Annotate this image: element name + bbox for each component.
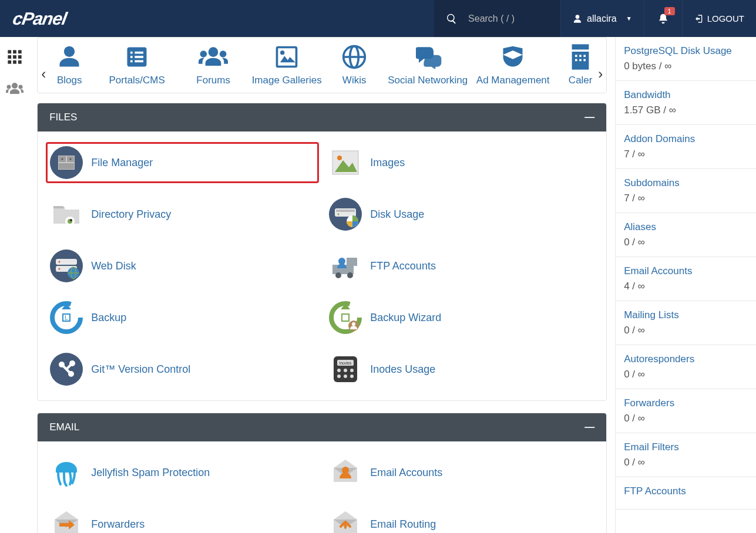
svg-rect-31 <box>575 55 577 57</box>
panel-item[interactable]: Images <box>325 142 598 183</box>
panel-item[interactable]: Backup Wizard <box>325 297 598 338</box>
svg-point-58 <box>59 261 61 263</box>
svg-text:L: L <box>65 315 68 321</box>
panel-item[interactable]: LBackup <box>46 297 319 338</box>
panel-item[interactable]: Email Routing <box>325 504 598 533</box>
panel-item[interactable]: Email Accounts <box>325 452 598 493</box>
strip-item[interactable]: Image Galleries <box>251 41 322 87</box>
search-box[interactable] <box>434 0 560 37</box>
svg-rect-23 <box>277 48 297 67</box>
search-input[interactable] <box>468 14 550 24</box>
stat-row[interactable]: Aliases0 / ∞ <box>616 213 756 257</box>
stat-value: 0 / ∞ <box>624 369 748 380</box>
svg-point-88 <box>344 375 347 378</box>
stat-title: Aliases <box>624 221 748 233</box>
files-panel: FILES — File ManagerImagesDirectory Priv… <box>37 103 607 401</box>
strip-item-icon <box>387 41 469 73</box>
item-label: Backup <box>91 312 126 324</box>
svg-rect-29 <box>572 44 589 49</box>
panel-item[interactable]: Disk Usage <box>325 194 598 235</box>
stat-row[interactable]: Autoresponders0 / ∞ <box>616 345 756 389</box>
email-panel: EMAIL — Jellyfish Spam ProtectionEmail A… <box>37 413 607 533</box>
item-label: Email Routing <box>370 518 436 531</box>
strip-item-icon <box>40 41 99 73</box>
main-content: ‹ BlogsPortals/CMSForumsImage GalleriesW… <box>29 37 615 533</box>
svg-point-78 <box>59 362 65 367</box>
panel-title: FILES <box>49 112 77 123</box>
strip-item[interactable]: Forums <box>175 41 251 87</box>
stat-title: PostgreSQL Disk Usage <box>624 45 748 57</box>
collapse-icon[interactable]: — <box>584 112 594 123</box>
svg-rect-41 <box>59 163 74 169</box>
svg-rect-33 <box>584 55 586 57</box>
item-icon: inodes <box>329 353 362 386</box>
item-label: Jellyfish Spam Protection <box>91 467 210 479</box>
stat-value: 1.57 GB / ∞ <box>624 104 748 116</box>
stat-row[interactable]: PostgreSQL Disk Usage0 bytes / ∞ <box>616 37 756 81</box>
strip-item[interactable]: Ad Management <box>469 41 557 87</box>
files-panel-header[interactable]: FILES — <box>38 103 606 131</box>
stat-row[interactable]: Subdomains7 / ∞ <box>616 169 756 213</box>
strip-item-icon <box>99 41 175 73</box>
strip-next-arrow[interactable]: › <box>597 66 604 82</box>
notifications-button[interactable]: 1 <box>644 0 682 37</box>
strip-item[interactable]: Blogs <box>40 41 99 87</box>
svg-point-65 <box>347 272 353 278</box>
logout-label: LOGOUT <box>707 14 744 23</box>
item-icon <box>50 146 83 179</box>
stat-value: 0 / ∞ <box>624 325 748 336</box>
strip-item[interactable]: Portals/CMS <box>99 41 175 87</box>
svg-rect-2 <box>18 50 21 53</box>
panel-item[interactable]: Forwarders <box>46 504 319 533</box>
users-icon[interactable] <box>6 82 23 96</box>
stat-row[interactable]: Email Accounts4 / ∞ <box>616 257 756 301</box>
strip-item-label: Social Networking <box>387 74 469 87</box>
user-menu[interactable]: allacira ▼ <box>560 0 644 37</box>
stat-value: 4 / ∞ <box>624 281 748 292</box>
item-icon <box>50 353 83 386</box>
panel-item[interactable]: Web Disk <box>46 245 319 286</box>
stat-value: 0 bytes / ∞ <box>624 60 748 72</box>
panel-item[interactable]: Directory Privacy <box>46 194 319 235</box>
panel-item[interactable]: inodesInodes Usage <box>325 349 598 390</box>
svg-rect-3 <box>8 55 11 59</box>
stat-value: 7 / ∞ <box>624 193 748 204</box>
stat-row[interactable]: FTP Accounts <box>616 477 756 510</box>
stat-title: Subdomains <box>624 177 748 189</box>
panel-item[interactable]: File Manager <box>46 142 319 183</box>
strip-item[interactable]: Social Networking <box>387 41 469 87</box>
stat-row[interactable]: Addon Domains7 / ∞ <box>616 125 756 169</box>
logout-button[interactable]: LOGOUT <box>682 0 756 37</box>
strip-item-label: Image Galleries <box>251 74 322 87</box>
item-label: Backup Wizard <box>370 312 441 324</box>
item-label: Git™ Version Control <box>91 363 190 376</box>
item-label: Forwarders <box>91 518 145 531</box>
item-icon <box>50 508 83 533</box>
item-icon <box>329 198 362 231</box>
collapse-icon[interactable]: — <box>584 421 594 433</box>
svg-point-64 <box>335 272 341 278</box>
stat-row[interactable]: Email Filters0 / ∞ <box>616 433 756 477</box>
svg-rect-18 <box>130 60 133 63</box>
item-label: Email Accounts <box>370 467 442 479</box>
strip-prev-arrow[interactable]: ‹ <box>40 66 47 82</box>
email-panel-header[interactable]: EMAIL — <box>38 413 606 441</box>
stat-title: Autoresponders <box>624 353 748 365</box>
svg-rect-35 <box>579 59 582 62</box>
cpanel-logo[interactable]: cPanel <box>13 9 66 29</box>
username: allacira <box>587 14 617 24</box>
stat-row[interactable]: Forwarders0 / ∞ <box>616 389 756 433</box>
panel-item[interactable]: FTP Accounts <box>325 245 598 286</box>
strip-item[interactable]: Wikis <box>322 41 387 87</box>
strip-item-icon <box>251 41 322 73</box>
svg-rect-17 <box>135 56 144 58</box>
svg-point-80 <box>69 360 75 366</box>
panel-item[interactable]: Jellyfish Spam Protection <box>46 452 319 493</box>
logout-icon <box>694 14 704 23</box>
stat-row[interactable]: Bandwidth1.57 GB / ∞ <box>616 81 756 125</box>
panel-item[interactable]: Git™ Version Control <box>46 349 319 390</box>
svg-rect-19 <box>135 60 144 63</box>
item-icon <box>329 456 362 489</box>
stat-row[interactable]: Mailing Lists0 / ∞ <box>616 301 756 345</box>
apps-icon[interactable] <box>6 49 23 65</box>
